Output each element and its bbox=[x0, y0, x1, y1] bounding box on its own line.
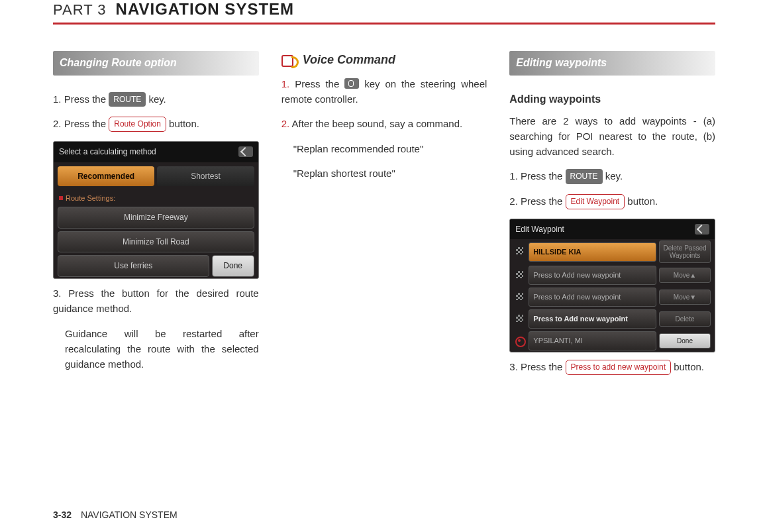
text: 3. Press the bbox=[509, 361, 565, 372]
text: Press the bbox=[289, 78, 344, 89]
screenshot-edit-waypoint: Edit Waypoint HILLSIDE KIA Delete Passed… bbox=[509, 219, 715, 353]
part-label: PART 3 bbox=[53, 1, 107, 19]
screenshot-route-option: Select a calculating method Recommended … bbox=[53, 141, 259, 279]
text: 1. Press the bbox=[509, 170, 565, 182]
wp-row-1: HILLSIDE KIA bbox=[529, 242, 656, 262]
part-title: NAVIGATION SYSTEM bbox=[116, 0, 294, 19]
text: button. bbox=[166, 118, 199, 129]
wp-step-1: 1. Press the ROUTE key. bbox=[509, 168, 715, 184]
flag-icon bbox=[514, 270, 526, 281]
wp-row-3: Press to Add new waypoint bbox=[529, 288, 656, 307]
text: After the beep sound, say a command. bbox=[289, 118, 462, 129]
side-done: Done bbox=[659, 333, 711, 348]
text: button. bbox=[671, 361, 704, 372]
side-delete: Delete bbox=[659, 311, 711, 327]
page-header: PART 3 NAVIGATION SYSTEM bbox=[53, 0, 715, 25]
num: 2. bbox=[281, 118, 290, 129]
wp-row-4: Press to Add new waypoint bbox=[529, 309, 656, 329]
header-rule bbox=[53, 23, 715, 25]
press-add-waypoint-button: Press to add new waypoint bbox=[566, 360, 671, 375]
wp-step-2: 2. Press the Edit Waypoint button. bbox=[509, 193, 715, 209]
section-editing-waypoints: Editing waypoints bbox=[509, 51, 715, 76]
subhead-adding-waypoints: Adding waypoints bbox=[509, 91, 715, 108]
page-footer: 3-32 NAVIGATION SYSTEM bbox=[53, 509, 178, 520]
edit-waypoint-button: Edit Waypoint bbox=[566, 194, 625, 209]
voice-step-2: 2. After the beep sound, say a command. bbox=[281, 116, 487, 131]
wp-step-3: 3. Press the Press to add new waypoint b… bbox=[509, 359, 715, 375]
route-option-button: Route Option bbox=[109, 117, 166, 132]
flag-icon bbox=[514, 292, 526, 303]
opt-minimize-toll: Minimize Toll Road bbox=[58, 231, 254, 253]
opt-use-ferries: Use ferries bbox=[58, 255, 209, 277]
flag-icon bbox=[514, 314, 526, 325]
column-2: Voice Command 1. Press the key on the st… bbox=[281, 51, 487, 384]
wp-row-dest: YPSILANTI, MI bbox=[529, 331, 656, 350]
mic-key-icon bbox=[344, 78, 359, 89]
opt-minimize-freeway: Minimize Freeway bbox=[58, 207, 254, 229]
route-settings-label: Route Settings: bbox=[54, 190, 258, 205]
back-icon bbox=[695, 224, 709, 235]
screen-title: Select a calculating method bbox=[59, 146, 156, 158]
text: key. bbox=[603, 170, 623, 182]
text: 2. Press the bbox=[509, 195, 565, 207]
step-2: 2. Press the Route Option button. bbox=[53, 116, 259, 132]
step-1: 1. Press the ROUTE key. bbox=[53, 91, 259, 107]
route-key: ROUTE bbox=[109, 92, 146, 107]
voice-step-1: 1. Press the key on the steering wheel r… bbox=[281, 76, 487, 107]
done-button: Done bbox=[212, 255, 254, 277]
destination-icon bbox=[514, 336, 526, 346]
voice-cmd-1: "Replan recommended route" bbox=[281, 141, 487, 156]
tab-recommended: Recommended bbox=[58, 166, 154, 187]
wp-row-2: Press to Add new waypoint bbox=[529, 266, 656, 285]
voice-label: Voice Command bbox=[303, 51, 395, 70]
route-key: ROUTE bbox=[566, 169, 603, 184]
tab-shortest: Shortest bbox=[157, 166, 254, 187]
voice-icon bbox=[281, 54, 299, 67]
side-move-up: Move▲ bbox=[659, 268, 711, 283]
text: button. bbox=[625, 195, 658, 207]
text: key. bbox=[146, 93, 166, 105]
voice-cmd-2: "Replan shortest route" bbox=[281, 166, 487, 181]
text: 2. Press the bbox=[53, 118, 109, 129]
step-3-note: Guidance will be restarted after recalcu… bbox=[53, 326, 259, 372]
side-delete-passed: Delete PassedWaypoints bbox=[659, 240, 711, 263]
num: 1. bbox=[281, 78, 290, 89]
column-1: Changing Route option 1. Press the ROUTE… bbox=[53, 51, 259, 384]
flag-icon bbox=[514, 246, 526, 257]
column-3: Editing waypoints Adding waypoints There… bbox=[509, 51, 715, 384]
page-number: 3-32 bbox=[53, 509, 72, 520]
back-icon bbox=[238, 146, 253, 157]
screen-title: Edit Waypoint bbox=[515, 223, 564, 236]
section-changing-route: Changing Route option bbox=[53, 51, 259, 76]
footer-title: NAVIGATION SYSTEM bbox=[81, 509, 178, 520]
step-3: 3. Press the button for the desired rout… bbox=[53, 286, 259, 317]
intro-text: There are 2 ways to add waypoints - (a) … bbox=[509, 113, 715, 160]
side-move-down: Move▼ bbox=[659, 290, 711, 305]
text: 1. Press the bbox=[53, 93, 109, 105]
voice-command-heading: Voice Command bbox=[281, 51, 487, 70]
